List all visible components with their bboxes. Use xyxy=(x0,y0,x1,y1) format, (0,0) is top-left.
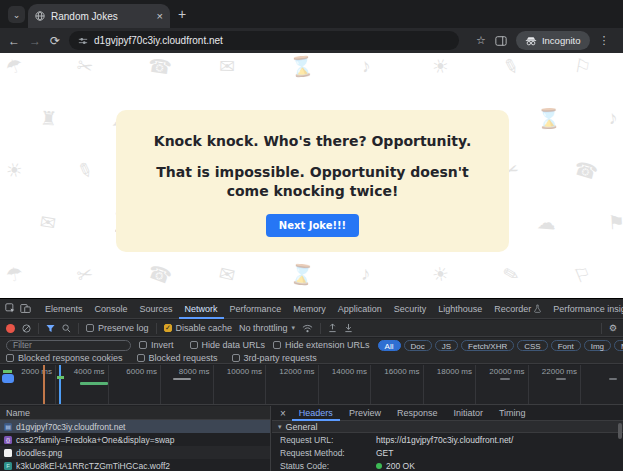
next-joke-button[interactable]: Next Joke!!! xyxy=(266,214,359,237)
side-panel-icon[interactable] xyxy=(495,35,507,47)
divider xyxy=(320,323,321,334)
hide-extension-urls-toggle[interactable]: Hide extension URLs xyxy=(273,340,370,350)
import-har-icon[interactable] xyxy=(328,323,337,333)
timeline-tick-label: 8000 ms xyxy=(164,367,210,376)
font-file-icon: F xyxy=(4,462,12,470)
filter-pill-css[interactable]: CSS xyxy=(517,340,547,351)
filter-pill-font[interactable]: Font xyxy=(551,340,581,351)
timeline-tick-label: 16000 ms xyxy=(374,367,420,376)
details-tab-headers[interactable]: Headers xyxy=(292,406,340,421)
devtools-tab-recorder[interactable]: Recorder xyxy=(488,299,547,319)
network-options-row: Blocked response cookiesBlocked requests… xyxy=(0,352,623,364)
devtools-tab-application[interactable]: Application xyxy=(332,299,388,319)
browser-menu-icon[interactable]: ⋮ xyxy=(599,34,610,47)
inspect-element-icon[interactable] xyxy=(5,303,16,314)
filter-input[interactable] xyxy=(6,340,131,351)
record-icon[interactable] xyxy=(6,324,15,333)
timeline-tick-label: 14000 ms xyxy=(321,367,367,376)
network-conditions-icon[interactable] xyxy=(302,324,313,333)
export-har-icon[interactable] xyxy=(344,323,353,333)
new-tab-button[interactable]: + xyxy=(178,7,186,21)
devtools-tab-security[interactable]: Security xyxy=(388,299,433,319)
doodle-glyph: ⌛ xyxy=(289,262,315,287)
filter-pill-all[interactable]: All xyxy=(378,340,401,351)
devtools-tab-console[interactable]: Console xyxy=(89,299,134,319)
device-toolbar-icon[interactable] xyxy=(20,303,31,314)
doodle-glyph: ☀ xyxy=(3,157,26,184)
toggle-blocked-response-cookies[interactable]: Blocked response cookies xyxy=(6,353,123,363)
devtools-tab-sources[interactable]: Sources xyxy=(134,299,179,319)
divider xyxy=(78,323,79,334)
details-tab-initiator[interactable]: Initiator xyxy=(446,406,490,421)
invert-toggle[interactable]: Invert xyxy=(139,340,174,350)
browser-tab[interactable]: Random Jokes × xyxy=(28,4,170,28)
request-name: doodles.png xyxy=(16,448,62,458)
browser-window: ⌄ Random Jokes × + ← → ⟳ d1gvjpyf70c3iy.… xyxy=(0,0,623,471)
network-settings-gear-icon[interactable]: ⚙ xyxy=(609,323,617,333)
doodle-glyph: ✂ xyxy=(74,261,96,288)
doodle-glyph: ☎ xyxy=(145,260,175,290)
field-value: 200 OK xyxy=(376,461,415,471)
field-value: GET xyxy=(376,448,393,458)
toggle-blocked-requests[interactable]: Blocked requests xyxy=(137,353,218,363)
filter-pill-fetch-xhr[interactable]: Fetch/XHR xyxy=(461,340,514,351)
doodle-glyph: ⚑ xyxy=(607,211,623,235)
close-tab-icon[interactable]: × xyxy=(157,11,163,22)
details-tab-preview[interactable]: Preview xyxy=(342,406,388,421)
divider xyxy=(38,323,39,334)
request-name: css2?family=Fredoka+One&display=swap xyxy=(16,435,175,445)
general-section-header[interactable]: ▾ General xyxy=(272,421,623,433)
devtools-tab-lighthouse[interactable]: Lighthouse xyxy=(432,299,488,319)
details-tab-response[interactable]: Response xyxy=(390,406,445,421)
devtools-tab-elements[interactable]: Elements xyxy=(39,299,89,319)
section-label: General xyxy=(286,422,318,432)
bookmark-star-icon[interactable]: ☆ xyxy=(476,34,486,47)
preserve-log-toggle[interactable]: Preserve log xyxy=(86,323,149,333)
scrollbar-thumb[interactable] xyxy=(618,423,622,439)
filter-pill-media[interactable]: Media xyxy=(614,340,623,351)
filter-pill-js[interactable]: JS xyxy=(435,340,458,351)
reload-button[interactable]: ⟳ xyxy=(50,35,60,47)
hide-data-urls-toggle[interactable]: Hide data URLs xyxy=(190,340,266,350)
back-button[interactable]: ← xyxy=(8,35,20,47)
filter-pill-img[interactable]: Img xyxy=(584,340,611,351)
devtools-tab-network[interactable]: Network xyxy=(179,299,224,319)
toggle-label: Blocked response cookies xyxy=(18,353,123,363)
tab-title: Random Jokes xyxy=(51,11,151,22)
checkbox xyxy=(137,354,145,362)
timeline-gridline xyxy=(318,365,319,405)
request-row-doc[interactable]: ▤d1gvjpyf70c3iy.cloudfront.net xyxy=(0,420,270,433)
tab-search-button[interactable]: ⌄ xyxy=(8,6,25,23)
doodle-glyph: ⚐ xyxy=(570,261,594,289)
checkbox xyxy=(232,354,240,362)
details-tab-timing[interactable]: Timing xyxy=(492,406,533,421)
timeline-gridline xyxy=(213,365,214,405)
doodle-glyph: ☂ xyxy=(2,53,26,80)
field-label: Request URL: xyxy=(272,435,376,445)
timeline-gridline xyxy=(265,365,266,405)
devtools-tab-memory[interactable]: Memory xyxy=(287,299,332,319)
filter-pill-doc[interactable]: Doc xyxy=(404,340,432,351)
filter-funnel-icon[interactable] xyxy=(46,324,55,333)
devtools-tab-performance[interactable]: Performance xyxy=(224,299,288,319)
request-row-css[interactable]: {}css2?family=Fredoka+One&display=swap xyxy=(0,433,270,446)
close-details-icon[interactable]: × xyxy=(276,408,290,419)
timeline-gridline xyxy=(108,365,109,405)
toggle-3rd-party-requests[interactable]: 3rd-party requests xyxy=(232,353,317,363)
disable-cache-toggle[interactable]: Disable cache xyxy=(164,323,233,333)
throttling-select[interactable]: No throttling▾ xyxy=(239,323,295,333)
timeline-gridline xyxy=(528,365,529,405)
waterfall-mark xyxy=(609,378,617,380)
forward-button[interactable]: → xyxy=(29,35,41,47)
flask-icon xyxy=(534,304,541,313)
timeline-tick-label: 4000 ms xyxy=(59,367,105,376)
clear-icon[interactable] xyxy=(22,324,31,333)
request-row-img[interactable]: doodles.png xyxy=(0,446,270,459)
address-bar[interactable]: d1gvjpyf70c3iy.cloudfront.net xyxy=(69,31,459,50)
devtools-tab-performance-insights[interactable]: Performance insights xyxy=(547,299,623,319)
request-row-font[interactable]: Fk3kUo8kEl-tA1RRcTZGmTiHGCac.woff2 xyxy=(0,459,270,471)
network-timeline[interactable]: 2000 ms4000 ms6000 ms8000 ms10000 ms1200… xyxy=(0,365,623,405)
site-settings-icon xyxy=(78,36,88,46)
name-column-header[interactable]: Name xyxy=(0,406,270,420)
search-icon[interactable] xyxy=(62,324,71,333)
